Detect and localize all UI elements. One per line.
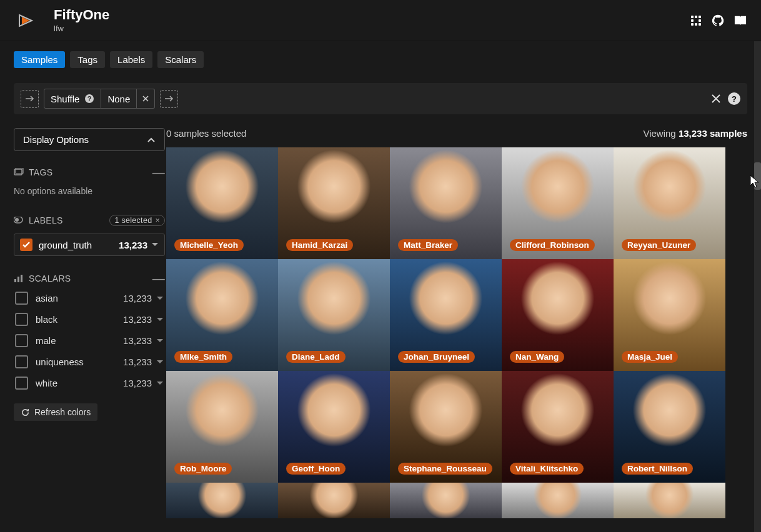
checkbox-unchecked-icon[interactable] [15,355,28,368]
sample-cell[interactable]: Clifford_Robinson [502,147,614,259]
header-right [690,14,747,27]
sample-cell[interactable]: Johan_Bruyneel [390,259,502,371]
caret-down-icon[interactable] [156,338,164,343]
tab-scalars[interactable]: Scalars [157,51,204,68]
checkbox-unchecked-icon[interactable] [15,313,28,326]
tab-samples[interactable]: Samples [14,51,65,68]
caret-down-icon[interactable] [151,242,159,247]
refresh-colors-button[interactable]: Refresh colors [14,403,97,421]
viewing-text: Viewing 13,233 samples [643,128,747,139]
labels-selected-badge-text: 1 selected [114,216,152,225]
scalar-asian[interactable]: asian13,233 [14,292,165,305]
svg-rect-7 [691,23,694,26]
sample-cell[interactable]: Stephane_Rousseau [390,371,502,483]
sample-thumbnail [278,483,390,518]
label-ground-truth[interactable]: ground_truth 13,233 [14,234,165,256]
scalar-uniqueness[interactable]: uniqueness13,233 [14,355,165,368]
shuffle-value[interactable]: None [101,89,137,109]
sample-thumbnail [614,483,725,518]
svg-rect-17 [17,277,19,282]
labels-section-header[interactable]: LABELS 1 selected × [14,215,165,226]
labels-selected-badge[interactable]: 1 selected × [109,215,165,226]
svg-rect-2 [691,16,694,18]
labels-icon [14,217,24,224]
sample-cell[interactable]: Nan_Wang [502,259,614,371]
checkbox-checked-icon[interactable] [20,239,32,251]
scalar-male[interactable]: male13,233 [14,334,165,347]
dataset-name: lfw [54,24,109,33]
sidebar: Display Options TAGS — No options availa… [0,128,165,518]
scrollbar-thumb[interactable] [754,162,761,190]
shuffle-label[interactable]: Shuffle ? [44,89,101,109]
clear-query-icon[interactable] [710,93,722,104]
shuffle-help-icon[interactable]: ? [84,94,94,104]
add-stage-after[interactable] [160,90,178,108]
sample-cell[interactable]: Geoff_Hoon [278,371,390,483]
content-status-bar: 0 samples selected Viewing 13,233 sample… [166,128,747,139]
tags-empty-text: No options available [14,186,165,196]
checkbox-unchecked-icon[interactable] [15,377,28,390]
labels-badge-clear-icon[interactable]: × [155,216,160,225]
scalar-count: 13,233 [123,335,152,346]
sample-cell[interactable]: Vitali_Klitschko [502,371,614,483]
query-help-icon[interactable]: ? [728,92,740,105]
sample-cell[interactable]: Michelle_Yeoh [166,147,278,259]
shuffle-remove[interactable] [137,89,155,109]
svg-rect-3 [695,16,697,18]
caret-down-icon[interactable] [156,381,164,386]
sample-label-chip: Mike_Smith [174,351,232,363]
tags-collapse-icon[interactable]: — [152,169,165,175]
viewing-prefix: Viewing [643,128,678,139]
scalar-name: white [36,378,57,388]
caret-down-icon[interactable] [156,360,164,365]
caret-down-icon[interactable] [156,317,164,322]
sample-cell[interactable]: Mike_Smith [166,259,278,371]
sample-label-chip: Matt_Braker [398,239,458,251]
label-ground-truth-count: 13,233 [119,240,147,250]
sample-cell[interactable]: Hamid_Karzai [278,147,390,259]
scalars-section-title: SCALARS [29,273,71,283]
svg-rect-8 [695,23,697,26]
scalar-count: 13,233 [123,378,152,388]
sample-cell[interactable]: Diane_Ladd [278,259,390,371]
scalar-white[interactable]: white13,233 [14,377,165,390]
tags-section-header[interactable]: TAGS — [14,167,165,177]
tags-section-title: TAGS [29,167,52,177]
sample-cell[interactable] [614,483,725,518]
display-options-toggle[interactable]: Display Options [14,128,165,151]
content: 0 samples selected Viewing 13,233 sample… [166,128,761,518]
scalar-name: uniqueness [36,357,84,367]
sample-cell[interactable]: Matt_Braker [390,147,502,259]
sample-cell[interactable]: Rob_Moore [166,371,278,483]
scalars-collapse-icon[interactable]: — [152,275,165,282]
tab-labels[interactable]: Labels [110,51,152,68]
sample-cell[interactable] [390,483,502,518]
svg-rect-4 [699,16,701,18]
app-logo-icon[interactable] [14,8,39,33]
sample-cell[interactable]: Reyyan_Uzuner [614,147,725,259]
sample-cell[interactable]: Masja_Juel [614,259,725,371]
sample-cell[interactable] [278,483,390,518]
checkbox-unchecked-icon[interactable] [15,334,28,347]
scalar-name: asian [36,293,58,303]
sample-cell[interactable] [502,483,614,518]
scrollbar-track[interactable] [754,41,761,532]
sample-label-chip: Vitali_Klitschko [510,463,584,475]
checkbox-unchecked-icon[interactable] [15,292,28,305]
caret-down-icon[interactable] [156,296,164,301]
docs-icon[interactable] [734,14,747,27]
add-stage-before[interactable] [21,90,39,108]
app-title: FiftyOne [54,7,109,22]
sample-thumbnail [502,483,614,518]
tab-tags[interactable]: Tags [70,51,105,68]
sample-cell[interactable]: Robert_Nillson [614,371,725,483]
viewing-suffix: samples [707,128,747,139]
scalars-section-header[interactable]: SCALARS — [14,273,165,283]
github-icon[interactable] [711,14,725,27]
sample-label-chip: Michelle_Yeoh [174,239,244,251]
chevron-up-icon [147,137,156,143]
slack-icon[interactable] [690,14,702,27]
sample-label-chip: Johan_Bruyneel [398,351,475,363]
scalar-black[interactable]: black13,233 [14,313,165,326]
sample-cell[interactable] [166,483,278,518]
